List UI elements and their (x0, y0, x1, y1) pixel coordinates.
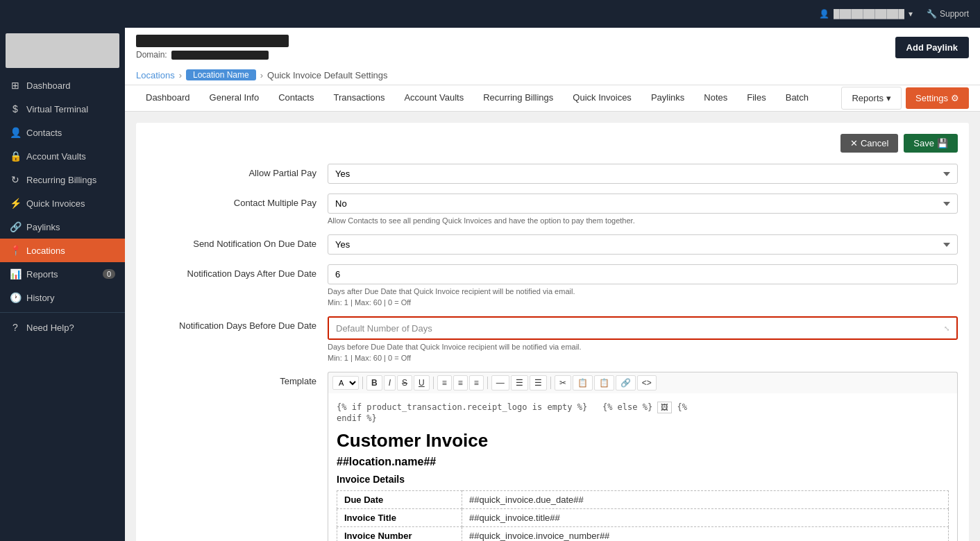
topbar-support[interactable]: 🔧 Support (927, 9, 969, 19)
tab-contacts[interactable]: Contacts (269, 85, 323, 111)
strikethrough-button[interactable]: S (397, 375, 412, 390)
sidebar-item-contacts[interactable]: 👤 Contacts (0, 121, 125, 144)
reports-dropdown-button[interactable]: Reports ▾ (841, 87, 902, 110)
sidebar-item-need-help[interactable]: ? Need Help? (0, 316, 125, 339)
tab-files[interactable]: Files (737, 85, 775, 111)
support-label: Support (940, 9, 969, 19)
allow-partial-pay-select[interactable]: Yes No (328, 164, 958, 184)
cut-button[interactable]: ✂ (555, 375, 571, 390)
ul-button[interactable]: ☰ (511, 375, 528, 390)
sidebar-item-account-vaults[interactable]: 🔒 Account Vaults (0, 144, 125, 168)
domain-value (171, 51, 269, 60)
table-cell-label: Due Date (337, 491, 462, 509)
template-label: Template (147, 372, 328, 386)
notification-days-before-row: Notification Days Before Due Date Defaul… (147, 316, 958, 362)
align-left-button[interactable]: ≡ (437, 375, 452, 390)
template-row: Template A B I S U ≡ ≡ (147, 372, 958, 541)
tab-general-info[interactable]: General Info (200, 85, 269, 111)
add-paylink-button[interactable]: Add Paylink (895, 37, 969, 58)
tab-transactions[interactable]: Transactions (323, 85, 394, 111)
terminal-icon: $ (10, 103, 21, 114)
sidebar-item-dashboard[interactable]: ⊞ Dashboard (0, 74, 125, 97)
sidebar-item-reports[interactable]: 📊 Reports 0 (0, 262, 125, 286)
send-notification-select[interactable]: Yes No (328, 234, 958, 255)
breadcrumb-sep1: › (179, 70, 182, 80)
tab-quick-invoices[interactable]: Quick Invoices (563, 85, 641, 111)
hr-button[interactable]: — (491, 375, 509, 390)
breadcrumb-sep2: › (260, 70, 263, 80)
table-row: Invoice Title##quick_invoice.title## (337, 509, 949, 527)
reports-dropdown-icon: ▾ (886, 93, 891, 103)
contact-multiple-pay-select[interactable]: No Yes (328, 194, 958, 214)
placeholder-text: Default Number of Days (336, 323, 432, 334)
tabs-row: Dashboard General Info Contacts Transact… (125, 85, 980, 112)
notification-days-before-placeholder: Default Number of Days ⤡ (329, 318, 956, 338)
settings-button[interactable]: Settings ⚙ (906, 87, 969, 109)
tab-dashboard[interactable]: Dashboard (136, 85, 200, 111)
save-disk-icon: 💾 (937, 138, 948, 148)
page-title-block: Domain: (136, 35, 289, 60)
sidebar-divider (0, 312, 125, 313)
breadcrumb-locations[interactable]: Locations (136, 70, 175, 80)
table-row: Due Date##quick_invoice.due_date## (337, 491, 949, 509)
notification-days-before-label: Notification Days Before Due Date (147, 316, 328, 331)
invoice-title: Customer Invoice (337, 430, 949, 452)
sidebar-item-quick-invoices[interactable]: ⚡ Quick Invoices (0, 191, 125, 215)
contact-multiple-pay-row: Contact Multiple Pay No Yes Allow Contac… (147, 194, 958, 225)
code-button[interactable]: <> (637, 375, 657, 390)
allow-partial-pay-control: Yes No (328, 164, 958, 184)
link-button[interactable]: 🔗 (616, 375, 636, 390)
table-cell-value: ##quick_invoice.title## (462, 509, 949, 527)
content-area: Domain: Add Paylink Locations › Location… (125, 28, 980, 541)
template-code-block: {% if product_transaction.receipt_logo i… (337, 402, 949, 423)
domain-label: Domain: (136, 50, 167, 60)
paste-button[interactable]: 📋 (594, 375, 614, 390)
sidebar-label-history: History (26, 293, 54, 303)
notification-days-after-input[interactable] (328, 264, 958, 284)
notification-before-hint1: Days before Due Date that Quick Invoice … (328, 343, 958, 351)
sidebar-label-need-help: Need Help? (26, 323, 74, 333)
table-cell-label: Invoice Number (337, 527, 462, 542)
invoice-icon: ⚡ (10, 198, 21, 209)
sidebar-item-history[interactable]: 🕐 History (0, 286, 125, 309)
tab-recurring-billings[interactable]: Recurring Billings (473, 85, 563, 111)
italic-button[interactable]: I (384, 375, 396, 390)
align-center-button[interactable]: ≡ (453, 375, 468, 390)
editor-content[interactable]: {% if product_transaction.receipt_logo i… (328, 393, 958, 541)
tab-notes[interactable]: Notes (694, 85, 737, 111)
topbar: 👤 ████████████ ▾ 🔧 Support (0, 0, 980, 28)
sidebar-item-recurring-billings[interactable]: ↻ Recurring Billings (0, 168, 125, 191)
align-right-button[interactable]: ≡ (469, 375, 484, 390)
dropdown-icon: ▾ (909, 9, 913, 19)
toolbar-sep2 (487, 377, 488, 389)
notification-after-hint2: Min: 1 | Max: 60 | 0 = Off (328, 298, 958, 307)
notification-before-hint2: Min: 1 | Max: 60 | 0 = Off (328, 354, 958, 362)
notification-days-after-control: Days after Due Date that Quick Invoice r… (328, 264, 958, 307)
cancel-button[interactable]: ✕ Cancel (840, 134, 898, 153)
form-area: ✕ Cancel Save 💾 Allow Partial Pay Yes No (136, 123, 969, 541)
breadcrumb-current[interactable]: Location Name (186, 69, 256, 80)
page-title-bar (136, 35, 289, 47)
allow-partial-pay-label: Allow Partial Pay (147, 164, 328, 178)
tab-paylinks[interactable]: Paylinks (641, 85, 694, 111)
tab-account-vaults[interactable]: Account Vaults (394, 85, 473, 111)
breadcrumb-page: Quick Invoice Default Settings (267, 70, 387, 80)
underline-button[interactable]: U (414, 375, 430, 390)
breadcrumb: Locations › Location Name › Quick Invoic… (136, 65, 969, 85)
bold-button[interactable]: B (366, 375, 382, 390)
topbar-user[interactable]: 👤 ████████████ ▾ (819, 9, 913, 19)
sidebar-item-locations[interactable]: 📍 Locations (0, 239, 125, 262)
sidebar-item-paylinks[interactable]: 🔗 Paylinks (0, 215, 125, 239)
contacts-icon: 👤 (10, 127, 21, 138)
sidebar-item-virtual-terminal[interactable]: $ Virtual Terminal (0, 97, 125, 121)
tab-batch[interactable]: Batch (776, 85, 818, 111)
ol-button[interactable]: ☰ (530, 375, 547, 390)
font-style-select[interactable]: A (332, 376, 359, 390)
gear-icon: ⚙ (951, 93, 959, 103)
save-button[interactable]: Save 💾 (904, 134, 958, 153)
send-notification-row: Send Notification On Due Date Yes No (147, 234, 958, 255)
paylinks-icon: 🔗 (10, 221, 21, 232)
copy-button[interactable]: 📋 (573, 375, 593, 390)
invoice-details-title: Invoice Details (337, 474, 949, 485)
invoice-details-table: Due Date##quick_invoice.due_date##Invoic… (337, 490, 949, 541)
